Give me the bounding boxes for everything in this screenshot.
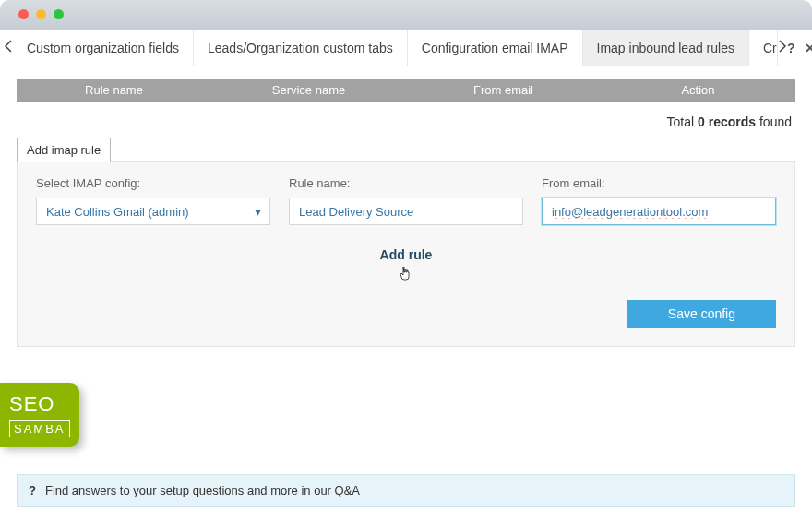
grid-header-rule-name: Rule name bbox=[17, 79, 211, 102]
add-rule-link[interactable]: Add rule bbox=[380, 247, 433, 262]
tabs-scroll-left-icon[interactable] bbox=[4, 40, 13, 56]
save-config-button[interactable]: Save config bbox=[627, 300, 776, 328]
window-close-icon[interactable] bbox=[18, 9, 29, 19]
cursor-hand-icon bbox=[36, 266, 776, 283]
window-minimize-icon[interactable] bbox=[36, 9, 46, 19]
label-rule-name: Rule name: bbox=[289, 176, 523, 190]
input-from-email[interactable] bbox=[542, 198, 776, 225]
select-imap-config[interactable]: Kate Collins Gmail (admin) bbox=[36, 198, 270, 225]
help-icon[interactable]: ? bbox=[787, 41, 795, 55]
add-imap-rule-panel: Select IMAP config: Kate Collins Gmail (… bbox=[17, 161, 795, 347]
tabs-bar: Custom organization fields Leads/Organiz… bbox=[0, 30, 812, 66]
logo-seosamba: SEO SAMBA bbox=[0, 383, 79, 447]
tab-config-email-imap[interactable]: Configuration email IMAP bbox=[408, 30, 583, 66]
qa-help-bar[interactable]: ? Find answers to your setup questions a… bbox=[17, 474, 795, 507]
panel-tab-add-imap-rule[interactable]: Add imap rule bbox=[17, 138, 111, 162]
grid-header-from-email: From email bbox=[406, 79, 601, 102]
question-icon: ? bbox=[29, 484, 36, 497]
window-controls bbox=[18, 9, 64, 19]
grid-header-service-name: Service name bbox=[211, 79, 406, 102]
label-from-email: From email: bbox=[542, 176, 776, 190]
input-rule-name[interactable] bbox=[289, 198, 523, 225]
window-maximize-icon[interactable] bbox=[54, 9, 64, 19]
qa-help-text: Find answers to your setup questions and… bbox=[45, 484, 360, 497]
tabs-scroll-right-icon[interactable] bbox=[778, 40, 787, 56]
close-icon[interactable]: ✕ bbox=[805, 41, 812, 55]
label-select-imap-config: Select IMAP config: bbox=[36, 176, 270, 190]
grid-header-action: Action bbox=[601, 79, 795, 102]
tab-imap-inbound-lead-rules[interactable]: Imap inbound lead rules bbox=[583, 30, 749, 66]
tab-leads-org-custom-tabs[interactable]: Leads/Organization custom tabs bbox=[194, 30, 408, 66]
grid-header-row: Rule name Service name From email Action bbox=[17, 79, 795, 102]
records-count: Total 0 records found bbox=[17, 102, 795, 137]
tab-custom-org-fields[interactable]: Custom organization fields bbox=[13, 30, 194, 66]
logo-text-seo: SEO bbox=[9, 394, 70, 414]
tab-create-new-lead[interactable]: Create new lead bbox=[749, 30, 778, 66]
window-titlebar bbox=[0, 0, 812, 30]
logo-text-samba: SAMBA bbox=[9, 420, 70, 437]
